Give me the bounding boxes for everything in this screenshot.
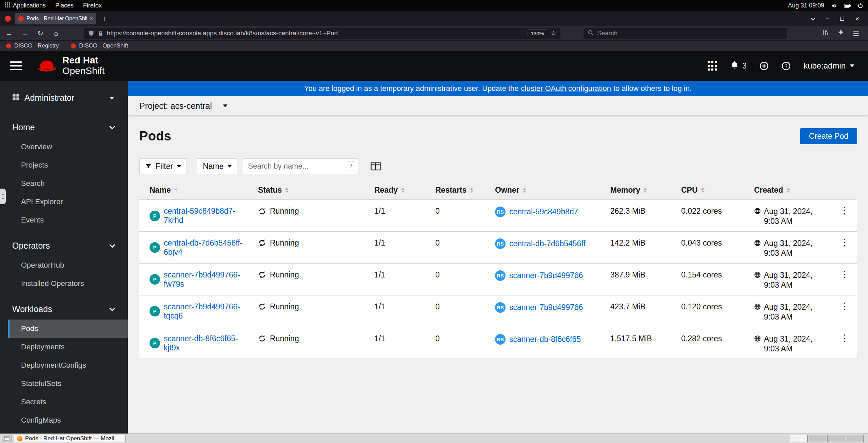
kebab-menu-button[interactable]: ⋮ — [840, 333, 849, 343]
pod-link[interactable]: central-59c849b8d7-7krhd — [164, 207, 253, 225]
pod-link[interactable]: scanner-7b9d499766-tqcq6 — [164, 302, 253, 321]
col-cpu[interactable]: CPU — [681, 186, 754, 195]
browser-search-bar[interactable] — [584, 28, 787, 39]
firefox-app-icon[interactable] — [5, 16, 11, 22]
drawer-handle[interactable] — [0, 189, 6, 204]
places-menu[interactable]: Places — [51, 0, 78, 11]
sidebar-nav-item[interactable]: API Explorer — [8, 193, 128, 211]
power-icon[interactable] — [857, 3, 863, 8]
owner-link[interactable]: central-59c849b8d7 — [509, 207, 578, 216]
applications-menu[interactable]: Applications — [0, 0, 51, 11]
sidebar-nav-item[interactable]: Search — [8, 174, 128, 193]
browser-menu-icon[interactable] — [853, 30, 859, 37]
list-tabs-icon[interactable] — [811, 15, 814, 23]
zoom-indicator[interactable]: 130% — [528, 30, 547, 37]
pod-link[interactable]: scanner-7b9d499766-fw79s — [164, 270, 253, 289]
sidebar-nav-item[interactable]: Secrets — [8, 393, 128, 411]
nav-toggle-icon[interactable] — [10, 59, 22, 73]
name-search-box[interactable]: / — [243, 158, 358, 174]
name-search-input[interactable] — [248, 162, 344, 171]
sidebar-nav-item[interactable]: Events — [8, 211, 128, 229]
reload-button[interactable]: ↻ — [35, 29, 45, 37]
tab-close-icon[interactable]: × — [90, 15, 93, 22]
workspace-2[interactable] — [809, 435, 826, 442]
nav-toggle-operators[interactable]: Operators — [0, 234, 128, 256]
bookmark-item[interactable]: DISCO - Registry — [6, 42, 59, 49]
kebab-menu-button[interactable]: ⋮ — [840, 206, 849, 215]
clock[interactable]: Aug 31 09:09 — [788, 2, 824, 9]
forward-button[interactable]: → — [20, 29, 30, 37]
sort-ascending-icon[interactable]: ↑ — [174, 186, 178, 195]
sort-icon[interactable] — [644, 188, 647, 193]
browser-tab[interactable]: Pods - Red Hat OpenShift × — [15, 13, 96, 24]
new-tab-button[interactable]: + — [102, 14, 107, 24]
battery-icon[interactable] — [844, 4, 851, 8]
col-owner[interactable]: Owner — [495, 186, 610, 195]
window-maximize-button[interactable] — [840, 15, 844, 23]
owner-link[interactable]: scanner-7b9d499766 — [509, 271, 583, 280]
bookmark-star-icon[interactable]: ☆ — [551, 30, 556, 37]
create-pod-button[interactable]: Create Pod — [800, 128, 857, 144]
nav-toggle-home[interactable]: Home — [0, 116, 128, 138]
col-memory[interactable]: Memory — [610, 186, 681, 195]
sort-icon[interactable] — [701, 188, 705, 193]
owner-link[interactable]: scanner-db-8f6c6f65 — [509, 335, 581, 344]
window-minimize-button[interactable]: − — [825, 15, 829, 23]
sidebar-nav-item[interactable]: Installed Operators — [8, 274, 128, 293]
url-bar[interactable]: 130% ☆ — [84, 28, 560, 39]
sidebar-nav-item[interactable]: ConfigMaps — [8, 411, 128, 429]
library-icon[interactable] — [823, 30, 829, 37]
sidebar-nav-item[interactable]: Deployments — [8, 338, 128, 356]
window-list-icon[interactable] — [2, 435, 12, 442]
sort-icon[interactable] — [470, 188, 473, 193]
tracking-shield-icon[interactable] — [88, 30, 94, 36]
filter-dropdown[interactable]: Filter — [139, 158, 187, 174]
sidebar-nav-item[interactable]: DeploymentConfigs — [8, 356, 128, 374]
window-close-button[interactable]: × — [855, 15, 859, 23]
sidebar-nav-item[interactable]: Projects — [8, 156, 128, 174]
lock-icon[interactable] — [98, 31, 103, 36]
user-menu[interactable]: kube:admin — [804, 61, 854, 71]
oauth-config-link[interactable]: cluster OAuth configuration — [521, 84, 611, 93]
owner-link[interactable]: scanner-7b9d499766 — [509, 303, 583, 312]
taskbar-window-button[interactable]: Pods - Red Hat OpenShift — Mozil... — [14, 435, 126, 442]
volume-icon[interactable] — [831, 3, 837, 9]
workspace-4[interactable] — [846, 435, 864, 442]
sort-icon[interactable] — [787, 188, 790, 193]
project-selector[interactable]: Project: acs-central — [128, 96, 868, 115]
search-attribute-dropdown[interactable]: Name — [197, 158, 237, 174]
kebab-menu-button[interactable]: ⋮ — [840, 238, 849, 247]
col-restarts[interactable]: Restarts — [435, 186, 495, 195]
kebab-menu-button[interactable]: ⋮ — [840, 270, 849, 279]
workspace-3[interactable] — [827, 435, 845, 442]
home-button[interactable]: ⌂ — [51, 29, 61, 37]
browser-search-input[interactable] — [597, 30, 783, 37]
sort-icon[interactable] — [285, 188, 289, 193]
workspace-1[interactable] — [790, 435, 808, 442]
sidebar-nav-item[interactable]: OperatorHub — [8, 256, 128, 274]
url-input[interactable] — [107, 30, 524, 37]
app-launcher-icon[interactable] — [708, 61, 717, 71]
manage-columns-button[interactable] — [371, 162, 381, 171]
owner-link[interactable]: central-db-7d6b5456ff — [509, 239, 586, 248]
bookmark-item[interactable]: DISCO - OpenShift — [71, 42, 128, 49]
sidebar-nav-item[interactable]: Overview — [8, 138, 128, 156]
pod-link[interactable]: scanner-db-8f6c6f65-kjt9x — [164, 334, 253, 352]
col-name[interactable]: Name ↑ — [150, 186, 258, 195]
perspective-switcher[interactable]: Administrator — [0, 90, 128, 111]
col-created[interactable]: Created — [754, 186, 832, 195]
col-ready[interactable]: Ready — [374, 186, 435, 195]
pod-link[interactable]: central-db-7d6b5456ff-6bjv4 — [164, 238, 253, 257]
col-status[interactable]: Status — [258, 186, 374, 195]
extensions-icon[interactable] — [837, 30, 844, 37]
sort-icon[interactable] — [401, 188, 405, 193]
nav-toggle-workloads[interactable]: Workloads — [0, 297, 128, 320]
sort-icon[interactable] — [523, 188, 526, 193]
quick-create-icon[interactable] — [760, 61, 769, 71]
help-icon[interactable]: ? — [782, 61, 791, 71]
sidebar-nav-item[interactable]: StatefulSets — [8, 374, 128, 393]
kebab-menu-button[interactable]: ⋮ — [840, 302, 849, 311]
notifications-button[interactable]: 3 — [730, 60, 747, 72]
sidebar-nav-item[interactable]: Pods — [8, 320, 128, 338]
back-button[interactable]: ← — [4, 29, 14, 37]
